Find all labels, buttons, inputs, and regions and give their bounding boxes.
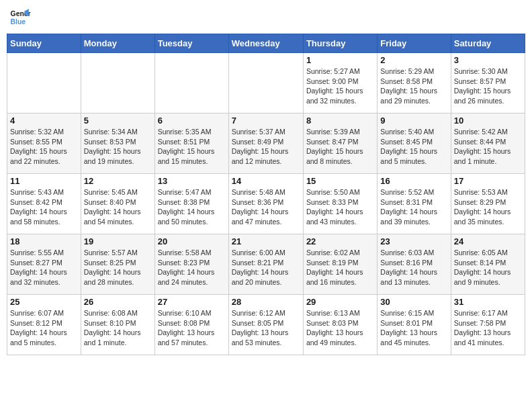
day-header-tuesday: Tuesday (154, 34, 228, 53)
day-info: Sunrise: 6:10 AM Sunset: 8:08 PM Dayligh… (158, 308, 226, 348)
day-cell: 6Sunrise: 5:35 AM Sunset: 8:51 PM Daylig… (154, 113, 228, 174)
day-cell: 19Sunrise: 5:57 AM Sunset: 8:25 PM Dayli… (81, 234, 154, 295)
day-info: Sunrise: 5:29 AM Sunset: 8:58 PM Dayligh… (380, 66, 447, 106)
day-number: 10 (454, 116, 522, 126)
day-number: 12 (84, 176, 152, 186)
day-cell: 25Sunrise: 6:07 AM Sunset: 8:12 PM Dayli… (7, 295, 81, 355)
day-header-friday: Friday (378, 34, 451, 53)
day-number: 20 (158, 236, 226, 246)
day-cell: 15Sunrise: 5:50 AM Sunset: 8:33 PM Dayli… (303, 174, 377, 234)
day-info: Sunrise: 5:48 AM Sunset: 8:36 PM Dayligh… (232, 187, 300, 227)
day-number: 25 (10, 297, 78, 307)
day-info: Sunrise: 5:39 AM Sunset: 8:47 PM Dayligh… (306, 127, 374, 167)
day-number: 11 (10, 176, 78, 186)
day-number: 21 (232, 236, 300, 246)
day-number: 15 (306, 176, 374, 186)
day-cell: 9Sunrise: 5:40 AM Sunset: 8:45 PM Daylig… (378, 113, 451, 174)
day-info: Sunrise: 5:53 AM Sunset: 8:29 PM Dayligh… (454, 187, 522, 227)
day-number: 17 (454, 176, 522, 186)
day-number: 29 (306, 297, 374, 307)
day-number: 19 (84, 236, 152, 246)
day-info: Sunrise: 6:02 AM Sunset: 8:19 PM Dayligh… (306, 248, 374, 287)
day-info: Sunrise: 5:40 AM Sunset: 8:45 PM Dayligh… (380, 127, 447, 167)
day-info: Sunrise: 5:32 AM Sunset: 8:55 PM Dayligh… (10, 127, 78, 167)
day-cell: 26Sunrise: 6:08 AM Sunset: 8:10 PM Dayli… (81, 295, 154, 355)
day-cell: 28Sunrise: 6:12 AM Sunset: 8:05 PM Dayli… (228, 295, 303, 355)
day-info: Sunrise: 6:12 AM Sunset: 8:05 PM Dayligh… (232, 308, 300, 348)
day-header-saturday: Saturday (451, 34, 525, 53)
day-cell: 14Sunrise: 5:48 AM Sunset: 8:36 PM Dayli… (228, 174, 303, 234)
logo: General Blue (9, 7, 31, 28)
day-cell: 12Sunrise: 5:45 AM Sunset: 8:40 PM Dayli… (81, 174, 154, 234)
week-row-3: 11Sunrise: 5:43 AM Sunset: 8:42 PM Dayli… (7, 174, 525, 234)
day-cell: 18Sunrise: 5:55 AM Sunset: 8:27 PM Dayli… (7, 234, 81, 295)
day-cell: 2Sunrise: 5:29 AM Sunset: 8:58 PM Daylig… (378, 53, 451, 113)
day-number: 1 (306, 55, 374, 65)
day-cell: 22Sunrise: 6:02 AM Sunset: 8:19 PM Dayli… (303, 234, 377, 295)
day-info: Sunrise: 5:45 AM Sunset: 8:40 PM Dayligh… (84, 187, 152, 227)
day-cell: 8Sunrise: 5:39 AM Sunset: 8:47 PM Daylig… (303, 113, 377, 174)
day-number: 28 (232, 297, 300, 307)
day-cell: 23Sunrise: 6:03 AM Sunset: 8:16 PM Dayli… (378, 234, 451, 295)
day-cell: 13Sunrise: 5:47 AM Sunset: 8:38 PM Dayli… (154, 174, 228, 234)
days-header-row: SundayMondayTuesdayWednesdayThursdayFrid… (7, 34, 525, 53)
day-number: 31 (454, 297, 522, 307)
day-cell (228, 53, 303, 113)
day-number: 30 (380, 297, 447, 307)
day-info: Sunrise: 5:50 AM Sunset: 8:33 PM Dayligh… (306, 187, 374, 227)
day-cell: 20Sunrise: 5:58 AM Sunset: 8:23 PM Dayli… (154, 234, 228, 295)
day-info: Sunrise: 6:15 AM Sunset: 8:01 PM Dayligh… (380, 308, 447, 348)
day-cell: 7Sunrise: 5:37 AM Sunset: 8:49 PM Daylig… (228, 113, 303, 174)
day-number: 16 (380, 176, 447, 186)
day-info: Sunrise: 6:00 AM Sunset: 8:21 PM Dayligh… (232, 248, 300, 287)
day-cell: 5Sunrise: 5:34 AM Sunset: 8:53 PM Daylig… (81, 113, 154, 174)
day-header-monday: Monday (81, 34, 154, 53)
day-info: Sunrise: 5:42 AM Sunset: 8:44 PM Dayligh… (454, 127, 522, 167)
day-cell: 24Sunrise: 6:05 AM Sunset: 8:14 PM Dayli… (451, 234, 525, 295)
week-row-5: 25Sunrise: 6:07 AM Sunset: 8:12 PM Dayli… (7, 295, 525, 355)
day-number: 13 (158, 176, 226, 186)
day-cell: 4Sunrise: 5:32 AM Sunset: 8:55 PM Daylig… (7, 113, 81, 174)
logo-icon: General Blue (9, 7, 31, 28)
day-info: Sunrise: 6:13 AM Sunset: 8:03 PM Dayligh… (306, 308, 374, 348)
day-number: 27 (158, 297, 226, 307)
day-cell (154, 53, 228, 113)
day-info: Sunrise: 5:52 AM Sunset: 8:31 PM Dayligh… (380, 187, 447, 227)
day-header-sunday: Sunday (7, 34, 81, 53)
day-info: Sunrise: 5:43 AM Sunset: 8:42 PM Dayligh… (10, 187, 78, 227)
day-cell: 11Sunrise: 5:43 AM Sunset: 8:42 PM Dayli… (7, 174, 81, 234)
day-cell: 30Sunrise: 6:15 AM Sunset: 8:01 PM Dayli… (378, 295, 451, 355)
day-info: Sunrise: 6:05 AM Sunset: 8:14 PM Dayligh… (454, 248, 522, 287)
day-info: Sunrise: 5:37 AM Sunset: 8:49 PM Dayligh… (232, 127, 300, 167)
day-info: Sunrise: 5:34 AM Sunset: 8:53 PM Dayligh… (84, 127, 152, 167)
svg-text:Blue: Blue (11, 18, 26, 26)
day-cell (7, 53, 81, 113)
day-number: 5 (84, 116, 152, 126)
day-number: 26 (84, 297, 152, 307)
day-number: 18 (10, 236, 78, 246)
week-row-1: 1Sunrise: 5:27 AM Sunset: 9:00 PM Daylig… (7, 53, 525, 113)
day-info: Sunrise: 6:03 AM Sunset: 8:16 PM Dayligh… (380, 248, 447, 287)
day-info: Sunrise: 5:27 AM Sunset: 9:00 PM Dayligh… (306, 66, 374, 106)
day-number: 8 (306, 116, 374, 126)
day-number: 2 (380, 55, 447, 65)
day-cell: 1Sunrise: 5:27 AM Sunset: 9:00 PM Daylig… (303, 53, 377, 113)
day-info: Sunrise: 5:55 AM Sunset: 8:27 PM Dayligh… (10, 248, 78, 287)
week-row-4: 18Sunrise: 5:55 AM Sunset: 8:27 PM Dayli… (7, 234, 525, 295)
day-info: Sunrise: 5:57 AM Sunset: 8:25 PM Dayligh… (84, 248, 152, 287)
day-info: Sunrise: 5:58 AM Sunset: 8:23 PM Dayligh… (158, 248, 226, 287)
day-number: 4 (10, 116, 78, 126)
day-number: 24 (454, 236, 522, 246)
day-cell: 3Sunrise: 5:30 AM Sunset: 8:57 PM Daylig… (451, 53, 525, 113)
day-cell (81, 53, 154, 113)
day-header-thursday: Thursday (303, 34, 377, 53)
day-cell: 16Sunrise: 5:52 AM Sunset: 8:31 PM Dayli… (378, 174, 451, 234)
day-info: Sunrise: 5:35 AM Sunset: 8:51 PM Dayligh… (158, 127, 226, 167)
day-info: Sunrise: 6:07 AM Sunset: 8:12 PM Dayligh… (10, 308, 78, 348)
day-cell: 27Sunrise: 6:10 AM Sunset: 8:08 PM Dayli… (154, 295, 228, 355)
day-number: 23 (380, 236, 447, 246)
day-number: 7 (232, 116, 300, 126)
day-cell: 17Sunrise: 5:53 AM Sunset: 8:29 PM Dayli… (451, 174, 525, 234)
day-info: Sunrise: 6:08 AM Sunset: 8:10 PM Dayligh… (84, 308, 152, 348)
day-cell: 10Sunrise: 5:42 AM Sunset: 8:44 PM Dayli… (451, 113, 525, 174)
